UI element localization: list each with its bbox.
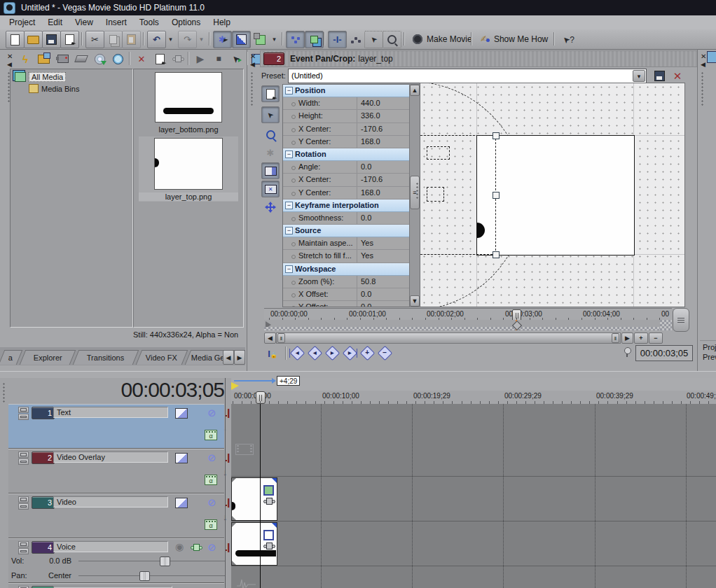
track-header-voice[interactable]: 4 ◉ ⊘ ❙ Vol: 0.0 dB Pan: Center	[8, 538, 224, 583]
scroll-down-button[interactable]: ▼	[410, 295, 420, 307]
media-properties-button[interactable]	[151, 50, 168, 67]
panel-grip-handle[interactable]	[250, 71, 254, 106]
playhead-line[interactable]	[260, 404, 261, 588]
tab-project-media-fragment[interactable]: a	[0, 350, 22, 365]
show-properties-button[interactable]	[261, 85, 280, 102]
start-preview-button[interactable]: ▶	[192, 50, 209, 67]
tabs-scroll-right-button[interactable]: ▶	[234, 350, 245, 365]
menu-tools[interactable]: Tools	[133, 16, 165, 29]
fade-handle[interactable]	[272, 523, 277, 528]
mute-icon[interactable]: ⊘	[207, 407, 216, 418]
mute-icon[interactable]: ⊘	[207, 542, 216, 552]
in-point-marker[interactable]	[231, 382, 239, 390]
track-motion-icon[interactable]	[175, 498, 188, 508]
solo-icon[interactable]: ❙	[225, 453, 233, 462]
pan-slider-handle[interactable]	[139, 571, 150, 581]
crop-handle-middle[interactable]	[493, 192, 500, 199]
show-me-how-button[interactable]: ✍ Show Me How	[476, 31, 552, 46]
event-pancrop-icon[interactable]	[263, 530, 274, 540]
solo-icon[interactable]: ❙	[225, 542, 233, 552]
copy-button[interactable]	[104, 31, 123, 48]
kf-cursor-timecode-field[interactable]: 00:00:03;05	[635, 345, 693, 361]
first-keyframe-button[interactable]: ◂	[290, 346, 305, 360]
track-motion-icon[interactable]	[175, 453, 188, 463]
track-number-badge[interactable]: 2	[32, 451, 55, 464]
open-project-button[interactable]	[24, 31, 43, 48]
event-clip-layer-bottom[interactable]	[231, 522, 277, 566]
solo-icon[interactable]: ❙	[225, 498, 233, 507]
tree-item-all-media[interactable]: All Media	[15, 72, 66, 82]
menu-options[interactable]: Options	[165, 16, 207, 29]
redo-button[interactable]: ↷	[178, 31, 197, 48]
track-name-field[interactable]	[53, 451, 168, 463]
envelope-edit-tool-button[interactable]	[346, 31, 365, 48]
dock-label-preview[interactable]: Prev	[703, 353, 716, 361]
sync-cursor-button[interactable]: I🔒	[264, 345, 281, 362]
scroll-edge-handle-left[interactable]: ‖	[277, 333, 285, 343]
media-item-layer-bottom[interactable]: layer_bottom.png	[140, 72, 237, 134]
preset-combobox[interactable]: ▾	[288, 69, 647, 83]
new-project-button[interactable]	[6, 31, 25, 48]
tabs-scroll-left-button[interactable]: ◀	[223, 350, 234, 365]
get-media-web-button[interactable]	[109, 50, 126, 67]
snapping-tool-button[interactable]: ✱	[261, 144, 280, 161]
track-header-video[interactable]: 3 ⊘ ❙ α ↓	[8, 493, 224, 538]
track-name-field[interactable]	[53, 407, 168, 418]
undo-dropdown-button[interactable]: ▾	[165, 31, 176, 48]
track-header-text[interactable]: 1 ⊘ ❙ α ↓	[8, 404, 224, 449]
volume-slider-handle[interactable]	[160, 556, 170, 566]
next-keyframe-button[interactable]: ▸	[325, 346, 340, 360]
track-header-video-overlay[interactable]: 2 ⊘ ❙ α ↓	[8, 449, 224, 493]
tab-video-fx[interactable]: Video FX	[136, 350, 188, 365]
panel-grip-handle[interactable]	[701, 71, 705, 106]
source-frame[interactable]	[476, 135, 635, 255]
paste-button[interactable]	[122, 31, 141, 48]
pan-slider-track[interactable]	[78, 575, 226, 576]
event-clip-layer-top[interactable]	[231, 477, 277, 521]
selection-edit-tool-button[interactable]: ➤	[364, 31, 383, 48]
scroll-left-button[interactable]: ◀	[264, 332, 276, 344]
insert-track-button[interactable]	[251, 31, 270, 48]
track-fx-icon[interactable]	[191, 454, 202, 461]
panel-pin-icon[interactable]: ◀	[7, 61, 12, 68]
track-minimize-buttons[interactable]	[18, 407, 29, 421]
timeline-ruler[interactable]: 00:00:00;00 00:00:10;00 00:00:19;29 00:0…	[231, 391, 716, 405]
parent-alpha-icon[interactable]: α	[205, 519, 217, 530]
auto-preview-button[interactable]: ϟ	[17, 50, 34, 67]
scroll-up-button[interactable]: ▲	[410, 85, 420, 96]
scroll-edge-handle-right[interactable]: ‖	[612, 333, 619, 343]
crop-handle-bottom[interactable]	[493, 251, 500, 258]
mute-icon[interactable]: ⊘	[207, 452, 216, 463]
undo-button[interactable]: ↶	[147, 31, 166, 48]
import-media-button[interactable]	[35, 50, 52, 67]
track-fx-icon[interactable]	[191, 410, 202, 416]
scroll-right-button[interactable]: ▶	[621, 332, 633, 344]
keyframe-track[interactable]	[264, 320, 672, 330]
event-fx-icon[interactable]	[263, 498, 275, 505]
header-canvas-divider[interactable]	[225, 378, 226, 588]
track-motion-icon[interactable]	[175, 408, 188, 419]
crop-edge-bottom[interactable]	[420, 254, 496, 255]
preset-input[interactable]	[289, 70, 630, 80]
mute-icon[interactable]: ⊘	[207, 497, 216, 507]
insert-track-dropdown-button[interactable]: ▾	[269, 31, 280, 48]
move-freely-button[interactable]	[261, 199, 280, 216]
project-properties-button[interactable]	[60, 31, 79, 48]
tab-transitions[interactable]: Transitions	[73, 350, 139, 365]
parent-alpha-icon[interactable]: α	[205, 430, 217, 440]
panel-pin-icon[interactable]: ◀	[701, 61, 705, 68]
panel-close-button[interactable]: ✕	[701, 52, 706, 60]
dock-label-project[interactable]: Proj	[703, 343, 716, 351]
preset-dropdown-button[interactable]: ▾	[633, 70, 645, 82]
menu-view[interactable]: View	[69, 16, 99, 29]
track-header-partial[interactable]	[8, 583, 224, 588]
zoom-tool-button[interactable]	[261, 126, 280, 143]
last-keyframe-button[interactable]: ▸	[343, 346, 357, 360]
crop-edge-top[interactable]	[420, 135, 496, 136]
marker-lane[interactable]: +4;29	[231, 378, 716, 391]
pancrop-workspace[interactable]	[420, 83, 685, 307]
panel-close-button[interactable]: ✕	[7, 52, 13, 60]
stop-preview-button[interactable]: ■	[210, 50, 227, 67]
save-preset-button[interactable]	[651, 68, 668, 84]
timeline-grip-handle[interactable]	[2, 382, 6, 403]
